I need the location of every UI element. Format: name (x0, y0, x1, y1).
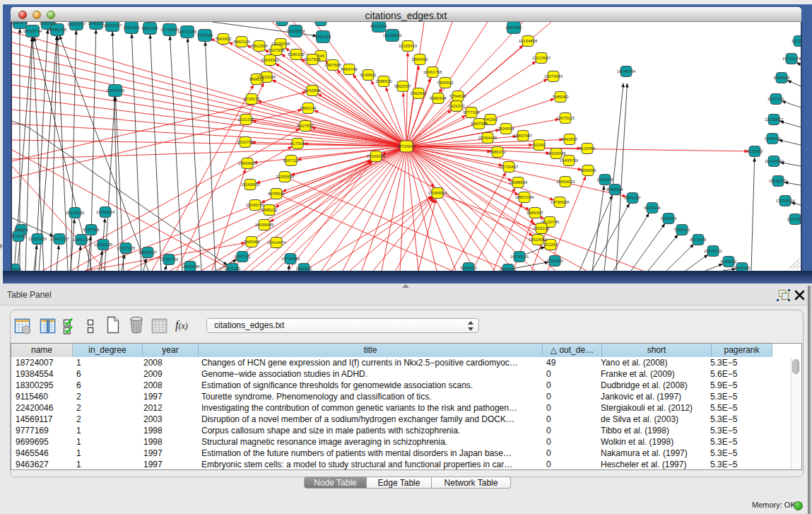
svg-text:18724007: 18724007 (397, 144, 416, 148)
svg-text:10961758: 10961758 (423, 70, 442, 74)
svg-text:1112854: 1112854 (792, 39, 801, 43)
svg-text:5498222: 5498222 (261, 208, 278, 212)
svg-text:10973493: 10973493 (544, 74, 563, 78)
svg-text:3624554: 3624554 (498, 127, 514, 131)
svg-text:11325419: 11325419 (399, 44, 418, 48)
svg-text:9136943: 9136943 (460, 266, 477, 270)
svg-text:10958107: 10958107 (139, 250, 158, 255)
svg-text:14055714: 14055714 (23, 29, 42, 33)
svg-text:10807487: 10807487 (514, 134, 533, 138)
svg-text:20364436: 20364436 (478, 136, 498, 140)
svg-text:1640954: 1640954 (596, 177, 613, 182)
svg-text:16210643: 16210643 (765, 159, 784, 163)
svg-text:12942737: 12942737 (50, 237, 69, 241)
svg-text:7485063: 7485063 (552, 95, 569, 99)
svg-text:23300295: 23300295 (367, 154, 386, 158)
svg-text:18807249: 18807249 (515, 195, 534, 199)
svg-text:9242845: 9242845 (304, 88, 321, 93)
svg-text:8427552: 8427552 (297, 124, 314, 128)
svg-text:835061: 835061 (14, 228, 29, 232)
svg-text:7357224: 7357224 (314, 35, 331, 39)
svg-text:9084067: 9084067 (526, 211, 543, 215)
svg-text:15495756: 15495756 (560, 158, 579, 163)
svg-text:16154808: 16154808 (519, 39, 538, 43)
svg-text:23226058: 23226058 (271, 42, 290, 46)
svg-text:16648784: 16648784 (617, 69, 636, 74)
svg-text:17010504: 17010504 (776, 199, 795, 203)
svg-text:9115460: 9115460 (579, 146, 596, 151)
svg-text:603905: 603905 (12, 267, 22, 271)
svg-text:20206536: 20206536 (66, 211, 85, 215)
svg-text:10046755: 10046755 (246, 203, 265, 207)
svg-text:8660124: 8660124 (233, 40, 250, 44)
svg-text:11353594: 11353594 (276, 175, 295, 179)
svg-text:2935114: 2935114 (661, 216, 678, 221)
svg-text:15692971: 15692971 (769, 179, 788, 183)
svg-text:8267110: 8267110 (283, 158, 300, 163)
svg-text:9329966: 9329966 (773, 76, 790, 80)
svg-text:1562612: 1562612 (410, 91, 427, 95)
svg-text:5822037: 5822037 (394, 84, 411, 88)
svg-text:16120746: 16120746 (541, 220, 560, 224)
svg-text:1347261: 1347261 (224, 267, 241, 271)
svg-text:252254: 252254 (543, 243, 558, 247)
svg-text:9463627: 9463627 (561, 137, 578, 141)
svg-text:9327508: 9327508 (304, 57, 321, 62)
svg-text:8471676: 8471676 (690, 238, 707, 242)
svg-text:6497568: 6497568 (471, 122, 488, 126)
svg-text:1584921: 1584921 (295, 267, 312, 271)
svg-text:13524651: 13524651 (529, 238, 548, 242)
svg-text:9818440: 9818440 (734, 266, 751, 270)
svg-text:9777169: 9777169 (463, 110, 480, 115)
svg-text:7625402: 7625402 (243, 240, 260, 244)
svg-text:7663822: 7663822 (215, 37, 232, 41)
svg-text:9457791: 9457791 (234, 255, 251, 259)
svg-text:11451194: 11451194 (72, 238, 90, 242)
svg-text:9035712: 9035712 (40, 22, 57, 25)
svg-text:8958924: 8958924 (606, 187, 623, 192)
svg-text:10719185: 10719185 (160, 28, 180, 32)
svg-text:9146821: 9146821 (360, 73, 377, 77)
svg-text:1615132: 1615132 (533, 226, 550, 230)
svg-text:1010755: 1010755 (237, 140, 254, 144)
svg-text:19654925: 19654925 (238, 161, 257, 165)
svg-text:6879197: 6879197 (624, 196, 641, 200)
svg-text:8593561: 8593561 (500, 267, 517, 271)
svg-text:19218506: 19218506 (383, 33, 402, 37)
svg-text:11156829: 11156829 (28, 237, 47, 241)
svg-text:15751074: 15751074 (782, 57, 801, 61)
svg-text:9227342: 9227342 (767, 97, 784, 101)
svg-text:1864092: 1864092 (411, 57, 428, 62)
svg-text:6966160: 6966160 (141, 26, 158, 30)
svg-text:1244419: 1244419 (764, 136, 781, 141)
svg-text:10543362: 10543362 (261, 58, 280, 62)
svg-text:14099489: 14099489 (255, 223, 274, 227)
svg-text:3915911: 3915911 (12, 234, 27, 238)
svg-text:16953207: 16953207 (67, 22, 86, 26)
svg-text:10653267: 10653267 (103, 23, 122, 28)
svg-text:1527602: 1527602 (123, 25, 140, 30)
svg-text:1167533: 1167533 (787, 217, 801, 221)
svg-text:2087682: 2087682 (505, 25, 522, 30)
svg-text:417006: 417006 (290, 141, 305, 146)
svg-text:10654112: 10654112 (704, 249, 723, 253)
svg-text:17357225: 17357225 (117, 246, 136, 250)
svg-text:16033809: 16033809 (286, 29, 305, 33)
svg-text:9797586: 9797586 (83, 228, 100, 232)
svg-text:1145327: 1145327 (88, 22, 105, 25)
svg-text:2367608: 2367608 (324, 63, 341, 67)
svg-text:12213967: 12213967 (532, 56, 551, 60)
svg-text:9327505: 9327505 (268, 48, 285, 52)
svg-text:7632621: 7632621 (673, 228, 690, 232)
svg-text:19166825: 19166825 (241, 182, 260, 187)
svg-text:10688609: 10688609 (509, 180, 528, 185)
svg-text:9245652: 9245652 (720, 259, 737, 264)
svg-text:20691406: 20691406 (48, 28, 67, 32)
svg-text:12975115: 12975115 (556, 116, 575, 120)
svg-text:9699695: 9699695 (579, 168, 596, 173)
svg-text:19756928: 19756928 (551, 200, 570, 204)
svg-text:8990448: 8990448 (430, 96, 447, 100)
svg-text:12923448: 12923448 (181, 264, 200, 269)
svg-text:14136141: 14136141 (510, 255, 529, 259)
svg-text:1588520: 1588520 (375, 79, 392, 83)
